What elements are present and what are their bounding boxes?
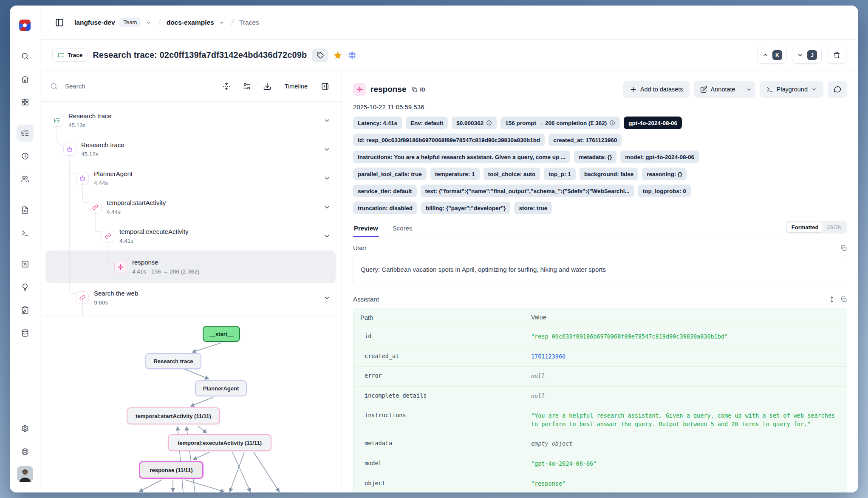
trash-icon xyxy=(833,51,840,59)
graph-node-planner-agent[interactable]: PlannerAgent xyxy=(195,380,247,396)
sidebar-item-playground[interactable] xyxy=(17,225,34,242)
copy-icon[interactable] xyxy=(840,245,847,251)
sidebar-item-home[interactable] xyxy=(17,71,34,88)
project-logo[interactable] xyxy=(19,20,31,31)
copy-id-button[interactable]: ID xyxy=(411,86,425,93)
panel-left-icon xyxy=(55,18,64,27)
app-window: langfuse-dev Team / docs-examples / Trac… xyxy=(10,6,858,492)
terminal-icon xyxy=(766,86,773,93)
tree-settings-button[interactable] xyxy=(240,79,254,94)
comments-button[interactable] xyxy=(828,81,847,98)
sidebar-item-annotation[interactable] xyxy=(17,302,34,319)
chevron-down-icon[interactable] xyxy=(323,117,331,124)
delete-trace-button[interactable] xyxy=(827,47,846,64)
tree-item-trace-root[interactable]: Research trace 45.13s xyxy=(40,106,342,135)
user-avatar[interactable] xyxy=(17,466,33,482)
expand-vertical-icon[interactable] xyxy=(828,296,835,303)
cost-badge: $0.000362 xyxy=(452,117,497,129)
public-globe-icon[interactable] xyxy=(348,51,357,60)
chevron-down-icon[interactable] xyxy=(323,175,331,182)
tags-button[interactable] xyxy=(312,48,328,62)
link-icon xyxy=(76,291,89,304)
tree-item-search-the-web[interactable]: Search the web 9.60s xyxy=(40,283,342,312)
tree-item-label: Research trace xyxy=(68,112,323,120)
sidebar-item-support[interactable] xyxy=(17,443,34,460)
playground-button[interactable]: Playground xyxy=(760,81,823,98)
annotate-menu-button[interactable] xyxy=(742,81,755,98)
search-icon xyxy=(50,82,58,91)
prev-trace-button[interactable]: K xyxy=(757,47,787,64)
graph-node-temporal-start-activity[interactable]: temporal:startActivity (11/11) xyxy=(127,407,220,424)
tab-scores[interactable]: Scores xyxy=(392,225,413,237)
latency-badge: Latency: 4.41s xyxy=(353,117,402,129)
breadcrumb-page[interactable]: Traces xyxy=(239,19,259,26)
sliders-icon xyxy=(243,82,251,91)
format-toggle-formatted[interactable]: Formatted xyxy=(787,222,823,232)
trace-tree: Research trace 45.13s Research trace 45.… xyxy=(40,102,342,316)
user-message-content: Query: Caribbean vacation spots in April… xyxy=(353,255,847,285)
panel-left-toggle[interactable] xyxy=(52,15,67,30)
table-row: error null xyxy=(353,367,847,387)
chevron-down-icon[interactable] xyxy=(218,19,225,26)
table-row: instructions "You are a helpful research… xyxy=(353,406,847,434)
tree-item-planner-agent[interactable]: PlannerAgent 4.44s xyxy=(40,164,342,193)
tab-preview[interactable]: Preview xyxy=(353,225,379,237)
sidebar-item-tracing[interactable] xyxy=(17,125,34,142)
download-button[interactable] xyxy=(260,79,274,94)
sidebar-item-datasets[interactable] xyxy=(17,324,34,341)
next-trace-button[interactable]: J xyxy=(792,47,822,64)
tree-item-research-trace[interactable]: Research trace 45.12s xyxy=(40,135,342,164)
graph-node-response[interactable]: response (11/11) xyxy=(139,461,204,479)
table-row: metadata empty object xyxy=(353,434,847,454)
trace-type-badge: Trace xyxy=(52,48,88,62)
tree-item-duration: 4.44s xyxy=(107,208,323,216)
search-input[interactable] xyxy=(64,82,213,90)
sidebar-item-settings[interactable] xyxy=(17,420,34,437)
graph-node-research-trace[interactable]: Research trace xyxy=(145,353,201,369)
bookmark-star-icon[interactable] xyxy=(333,51,342,60)
sidebar-item-search[interactable] xyxy=(17,48,34,65)
lifebuoy-icon xyxy=(21,447,29,456)
graph-node-start[interactable]: __start__ xyxy=(203,326,240,342)
graph-node-temporal-execute-activity[interactable]: temporal:executeActivity (11/11) xyxy=(168,434,271,451)
agent-graph: __start__ Research trace PlannerAgent te… xyxy=(40,316,342,492)
copy-icon[interactable] xyxy=(840,296,847,303)
chevron-down-icon[interactable] xyxy=(323,204,331,211)
table-row: model "gpt-4o-2024-08-06" xyxy=(353,454,847,474)
format-toggle-json[interactable]: JSON xyxy=(823,222,846,232)
sidebar-item-users[interactable] xyxy=(17,171,34,188)
tree-item-temporal-start-activity[interactable]: temporal:startActivity 4.44s xyxy=(40,193,342,222)
model-badge[interactable]: gpt-4o-2024-08-06 xyxy=(624,117,682,129)
sidebar-item-sessions[interactable] xyxy=(17,148,34,165)
sidebar-item-evals[interactable] xyxy=(17,256,34,273)
chevron-down-icon[interactable] xyxy=(145,19,152,26)
column-header-path: Path xyxy=(353,314,531,321)
detail-tabs: Preview Scores Formatted JSON xyxy=(353,221,847,237)
param-badge-created-at: created_at: 1761123960 xyxy=(549,134,622,146)
chevron-down-icon xyxy=(811,86,817,92)
tree-item-duration: 4.41s156 → 206 (Σ 362) xyxy=(132,267,330,276)
chevron-down-icon[interactable] xyxy=(323,233,331,240)
assistant-section-heading: Assistant xyxy=(353,296,847,303)
collapse-panel-button[interactable] xyxy=(318,79,332,94)
add-to-datasets-button[interactable]: Add to datasets xyxy=(623,81,690,98)
chevron-down-icon[interactable] xyxy=(323,294,331,302)
collapse-all-button[interactable] xyxy=(219,79,234,94)
sidebar-item-insights[interactable] xyxy=(17,279,34,296)
link-icon xyxy=(102,230,114,242)
tree-item-temporal-execute-activity[interactable]: temporal:executeActivity 4.41s xyxy=(40,222,342,250)
breadcrumb-project[interactable]: langfuse-dev xyxy=(74,19,115,26)
chevron-down-icon[interactable] xyxy=(323,146,331,153)
bot-icon xyxy=(63,143,76,156)
breadcrumb-separator: / xyxy=(157,18,161,27)
list-tree-icon xyxy=(51,114,63,127)
tree-item-response-selected[interactable]: response 4.41s156 → 206 (Σ 362) xyxy=(45,250,336,283)
tree-item-label: Search the web xyxy=(94,289,323,298)
sidebar-item-dashboards[interactable] xyxy=(17,94,34,111)
sidebar-item-prompts[interactable] xyxy=(17,202,34,219)
annotate-button[interactable]: Annotate xyxy=(694,81,742,98)
param-badge-id: id: resp_00c633f89186b6970068f89e78547c8… xyxy=(353,134,545,146)
breadcrumb-environment[interactable]: docs-examples xyxy=(167,19,214,26)
timeline-toggle[interactable]: Timeline xyxy=(280,80,312,92)
observation-timestamp: 2025-10-22 11:05:59.536 xyxy=(353,103,847,111)
